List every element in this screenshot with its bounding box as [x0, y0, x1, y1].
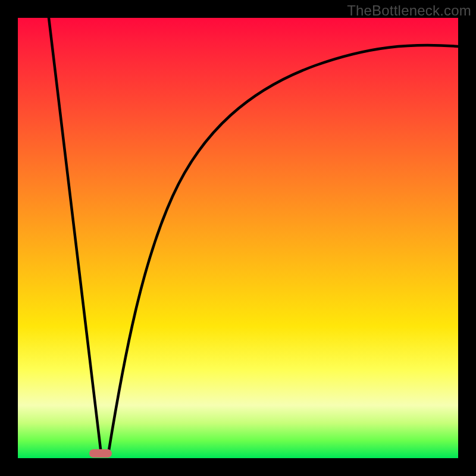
curves-svg [18, 18, 458, 458]
right-curve [108, 45, 458, 454]
plot-area [18, 18, 458, 458]
bottleneck-marker [89, 449, 112, 458]
chart-frame: TheBottleneck.com [0, 0, 476, 476]
watermark-text: TheBottleneck.com [347, 2, 471, 19]
left-line [49, 18, 101, 454]
